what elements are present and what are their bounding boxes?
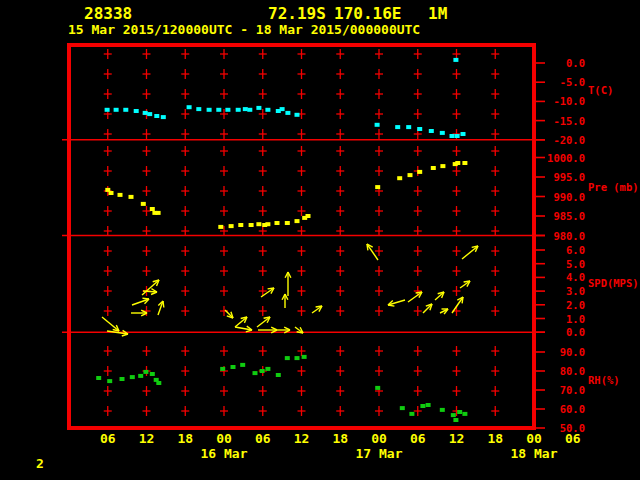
humidity-point	[96, 376, 101, 380]
pressure-point	[229, 224, 234, 228]
temperature-point	[105, 108, 110, 112]
pressure-point	[440, 164, 445, 168]
humidity-point	[265, 367, 270, 371]
humidity-point	[260, 369, 265, 373]
humidity-point	[440, 408, 445, 412]
temperature-point	[114, 108, 119, 112]
pressure-point	[417, 170, 422, 174]
humidity-point	[302, 355, 307, 359]
humidity-point	[462, 412, 467, 416]
page-number: 2	[36, 457, 44, 470]
humidity-point	[143, 370, 148, 374]
humidity-tick-label: 80.0	[537, 365, 585, 377]
temperature-point	[417, 127, 422, 131]
pressure-point	[141, 202, 146, 206]
pressure-point	[431, 166, 436, 170]
temperature-tick-label: -20.0	[537, 134, 585, 146]
temperature-point	[196, 107, 201, 111]
pressure-point	[150, 207, 155, 211]
temperature-point	[123, 108, 128, 112]
humidity-point	[451, 413, 456, 417]
pressure-point	[118, 193, 123, 197]
date-label: 16 Mar	[194, 447, 254, 460]
x-tick-label: 06	[250, 432, 276, 445]
temperature-point	[147, 112, 152, 116]
humidity-tick-label: 70.0	[537, 384, 585, 396]
humidity-point	[285, 356, 290, 360]
wind-arrow-shaft	[102, 317, 119, 331]
wind_speed-tick-label: 4.0	[537, 271, 585, 283]
pressure-point	[156, 211, 161, 215]
humidity-unit-label: RH(%)	[588, 374, 620, 386]
temperature-tick-label: -10.0	[537, 95, 585, 107]
x-tick-label: 00	[366, 432, 392, 445]
humidity-point	[150, 372, 155, 376]
temperature-point	[461, 132, 466, 136]
wind_speed-tick-label: 6.0	[537, 244, 585, 256]
temperature-point	[161, 115, 166, 119]
humidity-point	[231, 365, 236, 369]
humidity-point	[457, 410, 462, 414]
x-tick-label: 00	[211, 432, 237, 445]
temperature-point	[216, 108, 221, 112]
wind-speed-unit-label: SPD(MPS)	[588, 277, 639, 289]
temperature-point	[406, 125, 411, 129]
pressure-point	[129, 195, 134, 199]
temperature-point	[455, 134, 460, 138]
humidity-point	[240, 363, 245, 367]
temperature-tick-label: 0.0	[537, 57, 585, 69]
temperature-point	[243, 107, 248, 111]
humidity-point	[276, 373, 281, 377]
wind-arrow-shaft	[462, 246, 478, 259]
x-tick-label: 12	[289, 432, 315, 445]
pressure-point	[238, 223, 243, 227]
temperature-point	[265, 108, 270, 112]
wind-arrow-head	[122, 334, 128, 336]
temperature-point	[453, 58, 458, 62]
temperature-point	[375, 123, 380, 127]
x-tick-label: 06	[560, 432, 586, 445]
humidity-tick-label: 90.0	[537, 346, 585, 358]
wind_speed-tick-label: 5.0	[537, 258, 585, 270]
pressure-tick-label: 985.0	[537, 210, 585, 222]
pressure-point	[265, 222, 270, 226]
temperature-point	[285, 111, 290, 115]
wind_speed-tick-label: 1.0	[537, 313, 585, 325]
x-tick-label: 06	[95, 432, 121, 445]
wind-arrow-head	[163, 301, 164, 308]
pressure-point	[455, 161, 460, 165]
wind-arrow-head	[388, 305, 394, 306]
humidity-point	[130, 375, 135, 379]
pressure-tick-label: 990.0	[537, 191, 585, 203]
temperature-point	[395, 125, 400, 129]
humidity-point	[120, 377, 125, 381]
humidity-point	[295, 356, 300, 360]
temperature-point	[450, 134, 455, 138]
temperature-unit-label: T(C)	[588, 84, 613, 96]
temperature-point	[295, 113, 300, 117]
x-tick-label: 18	[172, 432, 198, 445]
temperature-point	[154, 114, 159, 118]
pressure-point	[218, 225, 223, 229]
x-tick-label: 06	[405, 432, 431, 445]
humidity-point	[375, 386, 380, 390]
humidity-point	[420, 404, 425, 408]
wind-arrow-head	[462, 297, 463, 303]
humidity-point	[409, 412, 414, 416]
pressure-point	[306, 214, 311, 218]
x-tick-label: 18	[482, 432, 508, 445]
pressure-tick-label: 1000.0	[537, 152, 585, 164]
temperature-point	[256, 106, 261, 110]
temperature-point	[429, 129, 434, 133]
pressure-point	[275, 221, 280, 225]
humidity-tick-label: 60.0	[537, 403, 585, 415]
pressure-point	[256, 222, 261, 226]
humidity-point	[220, 367, 225, 371]
x-tick-label: 18	[327, 432, 353, 445]
temperature-tick-label: -5.0	[537, 76, 585, 88]
wind_speed-tick-label: 0.0	[537, 326, 585, 338]
wind_speed-tick-label: 3.0	[537, 285, 585, 297]
pressure-point	[397, 176, 402, 180]
temperature-point	[225, 108, 230, 112]
pressure-point	[462, 161, 467, 165]
